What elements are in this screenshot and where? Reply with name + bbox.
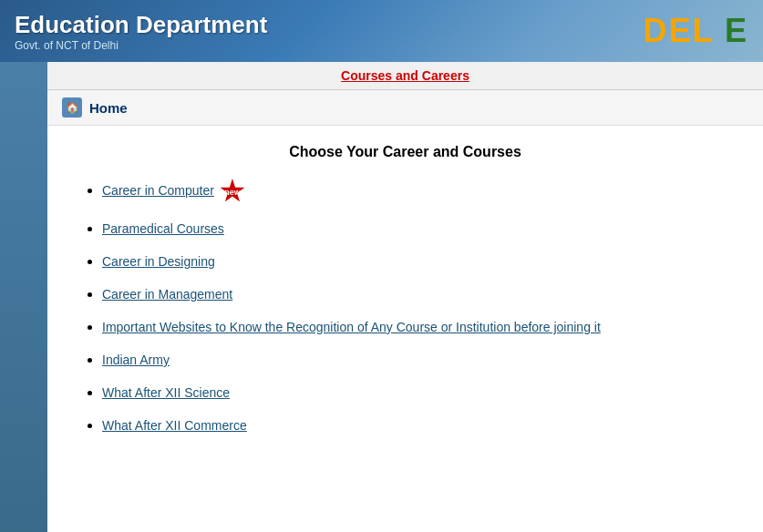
list-item: Career in Designing (102, 253, 736, 270)
course-link-what-after-xii-science[interactable]: What After XII Science (102, 385, 230, 400)
page-title: Choose Your Career and Courses (75, 144, 736, 160)
logo-del: DEL (644, 12, 714, 49)
course-link-paramedical-courses[interactable]: Paramedical Courses (102, 221, 224, 236)
home-link[interactable]: Home (89, 100, 128, 116)
home-bar: 🏠 Home (47, 90, 763, 126)
logo-e: E (725, 12, 748, 49)
course-link-career-designing[interactable]: Career in Designing (102, 254, 215, 269)
home-icon: 🏠 (62, 97, 82, 118)
course-link-career-management[interactable]: Career in Management (102, 287, 232, 302)
list-item: What After XII Science (102, 384, 736, 401)
list-item: What After XII Commerce (102, 417, 736, 434)
course-link-indian-army[interactable]: Indian Army (102, 353, 170, 367)
header-subtitle: Govt. of NCT of Delhi (15, 39, 267, 52)
list-item: Indian Army (102, 352, 736, 368)
new-badge: new (220, 179, 245, 204)
list-item: Important Websites to Know the Recogniti… (102, 319, 736, 335)
main-content: Choose Your Career and Courses Career in… (47, 126, 763, 468)
sidebar (0, 62, 47, 532)
list-item: Paramedical Courses (102, 220, 736, 237)
top-nav: Courses and Careers (47, 62, 763, 90)
list-item: Career in Management (102, 286, 736, 302)
course-link-what-after-xii-commerce[interactable]: What After XII Commerce (102, 418, 247, 433)
course-link-career-computer[interactable]: Career in Computer (102, 183, 214, 198)
header-title-block: Education Department Govt. of NCT of Del… (15, 11, 267, 52)
courses-careers-link[interactable]: Courses and Careers (341, 68, 469, 83)
header-title: Education Department (15, 11, 267, 39)
course-list: Career in ComputernewParamedical Courses… (75, 179, 736, 434)
content-area: Courses and Careers 🏠 Home Choose Your C… (47, 62, 763, 532)
header-logo: DEL E (644, 12, 748, 50)
header: Education Department Govt. of NCT of Del… (0, 0, 763, 62)
list-item: Career in Computernew (102, 179, 736, 204)
layout: Courses and Careers 🏠 Home Choose Your C… (0, 62, 763, 532)
course-link-important-websites[interactable]: Important Websites to Know the Recogniti… (102, 320, 601, 334)
